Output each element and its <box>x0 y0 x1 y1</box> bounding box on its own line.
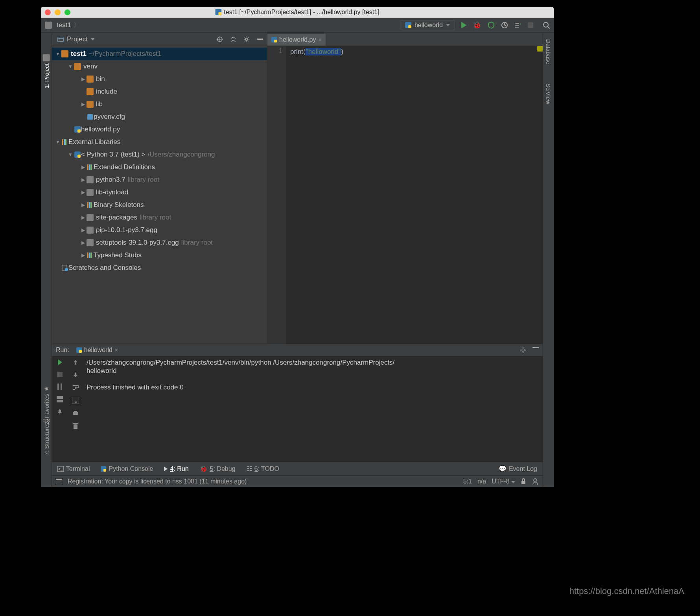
python-console-tab[interactable]: Python Console <box>101 465 153 472</box>
hide-icon[interactable] <box>257 39 263 40</box>
tab-mnemonic: 5 <box>210 465 214 472</box>
svg-rect-29 <box>89 253 90 258</box>
close-tab-icon[interactable]: × <box>318 37 321 43</box>
tab-label: 7: Structure <box>43 425 50 456</box>
structure-tool-tab[interactable]: 7: Structure ⣿ <box>43 417 50 455</box>
star-icon: ★ <box>43 386 50 391</box>
library-icon <box>87 201 94 208</box>
soft-wrap-icon[interactable] <box>72 384 79 391</box>
breadcrumb[interactable]: test1 〉 <box>45 20 80 30</box>
rerun-button[interactable] <box>58 359 62 365</box>
cursor-position[interactable]: 5:1 <box>463 478 472 485</box>
trash-icon[interactable] <box>73 423 78 429</box>
gear-icon[interactable] <box>243 36 250 42</box>
editor-gutter: 1 <box>267 46 286 344</box>
up-arrow-icon[interactable] <box>72 359 79 365</box>
tool-windows-icon[interactable] <box>56 479 62 484</box>
gear-icon[interactable] <box>520 347 526 353</box>
status-bar: Registration: Your copy is licensed to n… <box>52 475 543 487</box>
editor-tab-helloworld[interactable]: helloworld.py × <box>267 34 326 46</box>
tree-node-external-libraries[interactable]: ▼ External Libraries <box>52 136 267 148</box>
tab-label: Python Console <box>109 465 153 472</box>
locate-icon[interactable] <box>217 36 223 42</box>
search-everywhere-button[interactable] <box>543 22 550 29</box>
line-separator[interactable]: n/a <box>477 478 486 485</box>
pin-icon[interactable] <box>57 409 63 415</box>
svg-rect-7 <box>57 37 64 42</box>
svg-rect-8 <box>58 38 63 39</box>
tree-node-setuptools-egg[interactable]: ▶ setuptools-39.1.0-py3.7.egg library ro… <box>52 236 267 249</box>
run-configuration-dropdown[interactable]: helloworld <box>400 20 455 30</box>
layout-icon[interactable] <box>57 396 63 402</box>
terminal-tab[interactable]: Terminal <box>57 465 90 472</box>
node-label: Typeshed Stubs <box>94 251 142 259</box>
editor-body[interactable]: 1 print("helloworld") <box>267 46 543 344</box>
collapse-all-icon[interactable] <box>230 36 236 42</box>
debug-tab[interactable]: 🐞 5: Debug <box>200 465 236 472</box>
run-button[interactable] <box>461 22 466 29</box>
tree-node-scratches[interactable]: Scratches and Consoles <box>52 262 267 274</box>
run-tool-window: Run: helloworld × <box>52 344 543 462</box>
lock-icon[interactable] <box>521 478 526 485</box>
folder-icon <box>87 227 94 234</box>
tree-node-lib[interactable]: ▶ lib <box>52 98 267 111</box>
console-output[interactable]: /Users/zhangcongrong/PycharmProjects/tes… <box>83 356 543 462</box>
pycharm-window: test1 [~/PycharmProjects/test1] - .../he… <box>41 7 554 487</box>
pause-icon[interactable] <box>57 384 63 390</box>
sciview-tool-tab[interactable]: SciView <box>545 83 552 104</box>
project-tool-tab[interactable]: 1: Project <box>43 52 50 88</box>
down-arrow-icon[interactable] <box>72 372 79 378</box>
run-tab[interactable]: 4: Run <box>164 465 188 472</box>
node-label: setuptools-39.1.0-py3.7.egg <box>96 239 179 247</box>
close-window-button[interactable] <box>45 9 51 15</box>
todo-tab[interactable]: ☷ 6: TODO <box>247 465 279 472</box>
tree-node-binary-skeletons[interactable]: ▶ Binary Skeletons <box>52 199 267 211</box>
project-tree[interactable]: ▼ test1 ~/PycharmProjects/test1 ▼ venv ▶… <box>52 46 267 344</box>
debug-button[interactable]: 🐞 <box>473 21 481 30</box>
node-label: Binary Skeletons <box>94 201 144 209</box>
breadcrumb-item: test1 <box>57 21 71 29</box>
profile-button[interactable] <box>501 22 508 29</box>
tree-node-include[interactable]: include <box>52 85 267 98</box>
tree-node-bin[interactable]: ▶ bin <box>52 73 267 85</box>
tree-node-site-packages[interactable]: ▶ site-packages library root <box>52 211 267 224</box>
tree-node-helloworld[interactable]: helloworld.py <box>52 123 267 136</box>
tree-node-lib-dynload[interactable]: ▶ lib-dynload <box>52 186 267 199</box>
terminal-icon <box>57 466 64 472</box>
hector-icon[interactable] <box>532 478 539 485</box>
python-file-icon <box>215 9 221 15</box>
scroll-to-end-icon[interactable] <box>72 397 79 404</box>
chevron-down-icon <box>446 24 450 26</box>
tree-node-python-interpreter[interactable]: ▼ < Python 3.7 (test1) > /Users/zhangcon… <box>52 148 267 161</box>
print-icon[interactable] <box>72 410 79 417</box>
svg-rect-14 <box>87 114 93 120</box>
library-icon <box>61 138 68 146</box>
warning-marker-icon[interactable] <box>537 46 543 52</box>
stop-button[interactable] <box>57 372 63 377</box>
event-log-tab[interactable]: 💬 Event Log <box>499 465 537 472</box>
folder-icon <box>87 76 94 83</box>
tree-node-extended-definitions[interactable]: ▶ Extended Definitions <box>52 161 267 173</box>
database-tool-tab[interactable]: Database <box>545 39 552 64</box>
hide-icon[interactable] <box>532 347 539 349</box>
run-tab[interactable]: helloworld × <box>73 346 121 354</box>
close-tab-icon[interactable]: × <box>115 347 118 353</box>
tree-root-node[interactable]: ▼ test1 ~/PycharmProjects/test1 <box>52 48 267 60</box>
tree-node-pyvenv-cfg[interactable]: pyvenv.cfg <box>52 111 267 123</box>
stop-button[interactable] <box>528 22 533 28</box>
concurrency-button[interactable] <box>514 22 521 29</box>
tree-node-typeshed[interactable]: ▶ Typeshed Stubs <box>52 249 267 262</box>
maximize-window-button[interactable] <box>64 9 70 15</box>
svg-rect-27 <box>90 202 92 208</box>
tree-node-venv[interactable]: ▼ venv <box>52 60 267 73</box>
file-encoding[interactable]: UTF-8 <box>492 478 515 485</box>
code-token: ( <box>303 48 306 55</box>
tree-node-pip-egg[interactable]: ▶ pip-10.0.1-py3.7.egg <box>52 224 267 236</box>
code-area[interactable]: print("helloworld") <box>286 46 543 344</box>
tree-node-python37[interactable]: ▶ python3.7 library root <box>52 173 267 186</box>
minimize-window-button[interactable] <box>55 9 61 15</box>
chevron-down-icon <box>511 481 515 483</box>
folder-icon <box>87 101 94 108</box>
chevron-down-icon[interactable] <box>91 38 95 41</box>
coverage-button[interactable] <box>488 22 495 29</box>
